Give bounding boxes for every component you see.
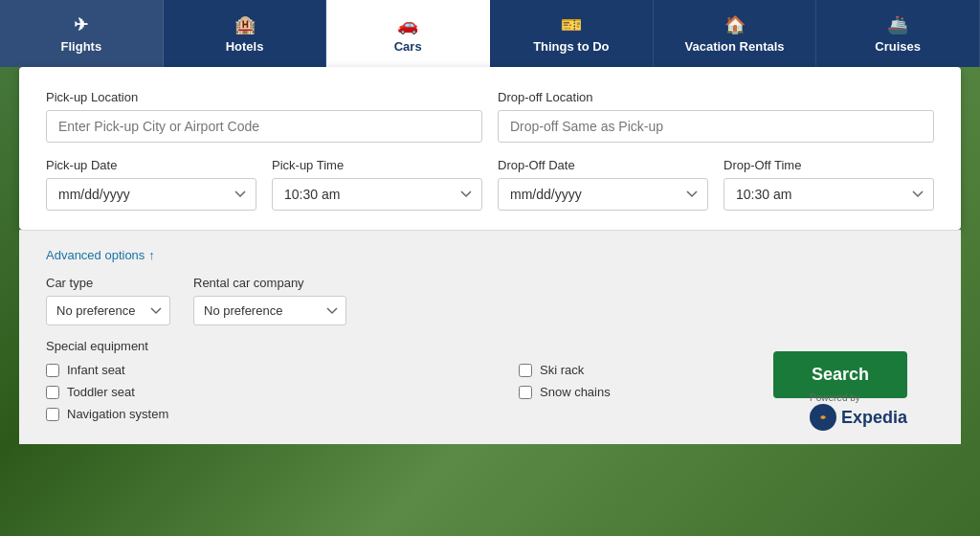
dropoff-location-input[interactable] xyxy=(498,110,934,143)
flights-icon: ✈ xyxy=(74,14,88,35)
nav-item-flights[interactable]: ✈ Flights xyxy=(0,0,164,67)
ski-rack-label: Ski rack xyxy=(540,363,584,377)
nav-item-vacation-rentals[interactable]: 🏠 Vacation Rentals xyxy=(654,0,817,67)
checkbox-infant-seat[interactable]: Infant seat xyxy=(46,363,461,377)
powered-by-text: Powered by Expedia xyxy=(810,392,907,431)
nav-label-rentals: Vacation Rentals xyxy=(685,39,785,54)
advanced-options-label: Advanced options xyxy=(46,248,145,262)
dropoff-date-label: Drop-Off Date xyxy=(498,158,708,172)
advanced-options-arrow: ↑ xyxy=(148,248,155,262)
pickup-date-group: Pick-up Date mm/dd/yyyy xyxy=(46,158,256,211)
checkbox-toddler-seat[interactable]: Toddler seat xyxy=(46,385,461,399)
pickup-location-input[interactable] xyxy=(46,110,482,143)
powered-by-label: Powered by xyxy=(810,392,907,404)
ski-rack-checkbox[interactable] xyxy=(519,364,532,377)
toddler-seat-checkbox[interactable] xyxy=(46,386,59,399)
dropoff-location-label: Drop-off Location xyxy=(498,90,934,104)
pickup-date-label: Pick-up Date xyxy=(46,158,256,172)
expedia-logo-svg xyxy=(815,410,831,425)
pickup-location-group: Pick-up Location xyxy=(46,90,482,143)
dates-row: Pick-up Date mm/dd/yyyy Pick-up Time 10:… xyxy=(46,158,934,211)
nav-item-things-to-do[interactable]: 🎫 Things to Do xyxy=(490,0,654,67)
nav-label-flights: Flights xyxy=(61,39,102,54)
navigation-checkbox[interactable] xyxy=(46,408,59,421)
pickup-time-select[interactable]: 10:30 am 12:00 pm xyxy=(272,178,482,211)
rental-company-group: Rental car company No preference Avis Bu… xyxy=(193,276,346,325)
car-type-label: Car type xyxy=(46,276,170,290)
car-type-select[interactable]: No preference Economy Compact Midsize Fu… xyxy=(46,296,170,325)
dropoff-date-group: Drop-Off Date mm/dd/yyyy xyxy=(498,158,708,211)
nav-label-things: Things to Do xyxy=(533,39,609,54)
nav-label-hotels: Hotels xyxy=(226,39,264,54)
dropoff-time-group: Drop-Off Time 10:30 am 12:00 pm xyxy=(724,158,934,211)
expedia-name: Expedia xyxy=(841,408,907,428)
hotels-icon: 🏨 xyxy=(234,14,256,35)
main-nav: ✈ Flights 🏨 Hotels 🚗 Cars 🎫 Things to Do… xyxy=(0,0,980,67)
expedia-branding: Powered by Expedia xyxy=(810,392,907,431)
dropoff-time-label: Drop-Off Time xyxy=(724,158,934,172)
toddler-seat-label: Toddler seat xyxy=(67,385,135,399)
infant-seat-label: Infant seat xyxy=(67,363,125,377)
nav-item-cars[interactable]: 🚗 Cars xyxy=(326,0,490,67)
pickup-time-label: Pick-up Time xyxy=(272,158,482,172)
special-equipment-section: Special equipment Infant seat Ski rack T… xyxy=(46,339,934,421)
checkbox-navigation[interactable]: Navigation system xyxy=(46,407,461,421)
car-type-group: Car type No preference Economy Compact M… xyxy=(46,276,170,325)
search-panel: Pick-up Location Drop-off Location Pick-… xyxy=(19,67,961,230)
infant-seat-checkbox[interactable] xyxy=(46,364,59,377)
pickup-time-group: Pick-up Time 10:30 am 12:00 pm xyxy=(272,158,482,211)
cruises-icon: 🚢 xyxy=(887,14,908,35)
snow-chains-checkbox[interactable] xyxy=(519,386,532,399)
dropoff-time-select[interactable]: 10:30 am 12:00 pm xyxy=(724,178,934,211)
advanced-options-link[interactable]: Advanced options ↑ xyxy=(46,248,155,262)
nav-label-cruises: Cruises xyxy=(875,39,921,54)
rental-company-select[interactable]: No preference Avis Budget Enterprise Her… xyxy=(193,296,346,325)
navigation-label: Navigation system xyxy=(67,407,168,421)
advanced-section: Advanced options ↑ Car type No preferenc… xyxy=(19,230,961,444)
nav-item-hotels[interactable]: 🏨 Hotels xyxy=(164,0,327,67)
rental-company-label: Rental car company xyxy=(193,276,346,290)
car-type-row: Car type No preference Economy Compact M… xyxy=(46,276,934,325)
location-row: Pick-up Location Drop-off Location xyxy=(46,90,934,143)
nav-item-cruises[interactable]: 🚢 Cruises xyxy=(816,0,980,67)
cars-icon: 🚗 xyxy=(397,14,418,35)
rentals-icon: 🏠 xyxy=(724,14,746,35)
nav-label-cars: Cars xyxy=(394,39,422,54)
dropoff-date-select[interactable]: mm/dd/yyyy xyxy=(498,178,708,211)
things-icon: 🎫 xyxy=(561,14,582,35)
pickup-location-label: Pick-up Location xyxy=(46,90,482,104)
search-button-container: Search xyxy=(773,351,907,398)
snow-chains-label: Snow chains xyxy=(540,385,611,399)
pickup-date-select[interactable]: mm/dd/yyyy xyxy=(46,178,256,211)
search-button[interactable]: Search xyxy=(773,351,907,398)
expedia-logo-circle xyxy=(810,404,836,431)
dropoff-location-group: Drop-off Location xyxy=(498,90,934,143)
